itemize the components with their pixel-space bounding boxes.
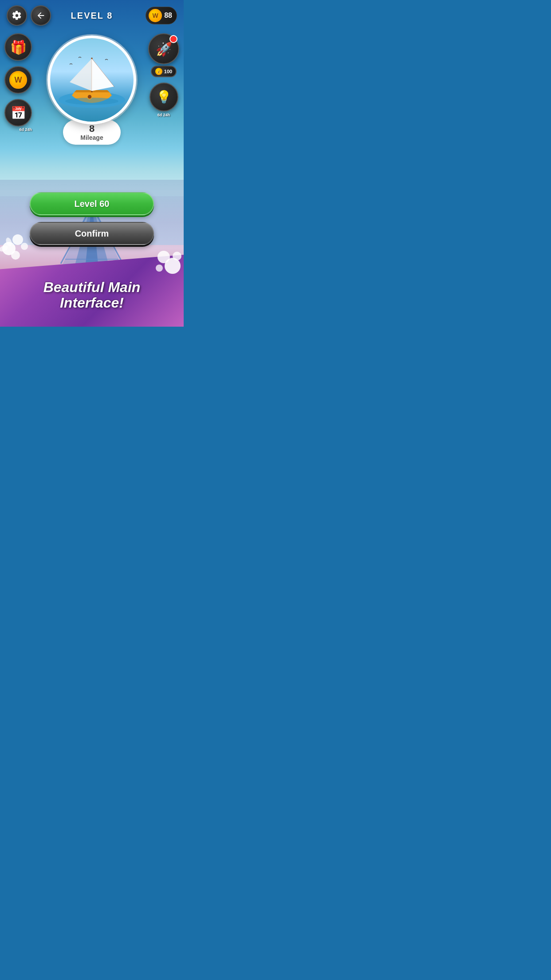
rocket-icon: 🚀 — [156, 41, 172, 57]
currency-display: W 88 — [146, 7, 177, 24]
settings-button[interactable] — [7, 5, 27, 26]
bulb-container: 💡 6d 24h — [150, 83, 178, 117]
calendar-container: 📅 6d 24h — [4, 99, 32, 132]
svg-point-15 — [157, 251, 170, 263]
small-coin-icon: 💰 — [155, 68, 162, 75]
sailboat-image — [56, 44, 127, 115]
gift-icon: 🎁 — [10, 40, 27, 55]
svg-point-16 — [173, 252, 181, 261]
svg-point-17 — [156, 265, 163, 272]
level-display: LEVEL 8 — [71, 11, 113, 21]
rocket-coin-amount: 100 — [164, 69, 172, 74]
calendar-button[interactable]: 📅 — [4, 99, 32, 126]
rocket-coin-display: 💰 100 — [151, 66, 177, 77]
sailboat-circle — [47, 36, 136, 124]
level-select-button[interactable]: Level 60 — [30, 192, 154, 215]
w-coin-button[interactable]: W — [4, 66, 32, 94]
calendar-icon: 📅 — [11, 106, 26, 120]
game-container: Beautiful Main Interface! — [0, 0, 184, 327]
hint-button[interactable]: 💡 — [150, 83, 178, 111]
banner-text: Beautiful Main Interface! — [43, 280, 141, 311]
back-arrow-icon — [36, 11, 46, 20]
flower-decoration-right — [139, 244, 184, 281]
rocket-button[interactable]: 🚀 — [148, 33, 179, 64]
flower-decoration-left — [0, 231, 40, 268]
bulb-icon: 💡 — [156, 90, 172, 104]
rocket-badge — [169, 35, 177, 43]
mileage-label: Mileage — [79, 134, 105, 141]
svg-point-22 — [87, 95, 92, 99]
buttons-area: Level 60 Confirm — [30, 192, 154, 245]
w-icon-large: W — [9, 71, 27, 89]
w-coin-icon: W — [149, 9, 162, 22]
confirm-button[interactable]: Confirm — [30, 222, 154, 245]
svg-point-10 — [11, 251, 20, 260]
level-label: LEVEL 8 — [71, 11, 113, 21]
gear-icon — [12, 11, 22, 20]
svg-point-11 — [21, 243, 28, 250]
calendar-label: 6d 24h — [19, 127, 32, 132]
svg-point-21 — [65, 98, 118, 105]
header-left-buttons — [7, 5, 51, 26]
header: LEVEL 8 W 88 — [0, 0, 184, 31]
bulb-label: 6d 24h — [157, 113, 170, 117]
rocket-container: 🚀 💰 100 — [148, 33, 179, 77]
currency-amount: 88 — [164, 12, 172, 20]
mileage-number: 8 — [79, 123, 105, 134]
sailboat-container: 8 Mileage — [47, 36, 136, 145]
gift-button[interactable]: 🎁 — [4, 33, 32, 61]
svg-point-9 — [12, 234, 23, 245]
left-sidebar: 🎁 W 📅 6d 24h — [4, 33, 32, 132]
back-button[interactable] — [31, 5, 51, 26]
right-sidebar: 🚀 💰 100 💡 6d 24h — [148, 33, 179, 117]
